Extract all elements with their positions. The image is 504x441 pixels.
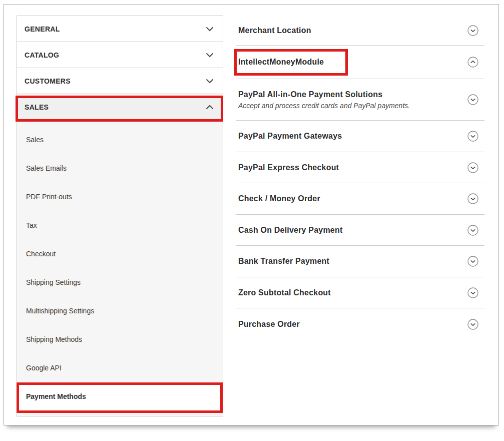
accordion-row-check-money-order[interactable]: Check / Money Order — [236, 183, 484, 215]
item-label: Sales — [26, 136, 44, 144]
payment-methods-accordion: Merchant Location IntellectMoneyModule P… — [236, 5, 484, 340]
sidebar-item-payment-methods[interactable]: Payment Methods — [17, 382, 223, 410]
sidebar-section-general[interactable]: GENERAL — [17, 16, 223, 42]
sidebar-item-checkout[interactable]: Checkout — [17, 239, 223, 268]
sidebar-section-catalog[interactable]: CATALOG — [17, 42, 223, 68]
row-title: Check / Money Order — [238, 194, 320, 203]
chevron-down-circle-icon[interactable] — [467, 25, 478, 36]
chevron-down-icon — [206, 53, 214, 58]
row-title: PayPal Payment Gateways — [238, 132, 342, 141]
chevron-up-circle-icon[interactable] — [467, 57, 478, 68]
item-label: Payment Methods — [26, 392, 86, 400]
accordion-row-cash-on-delivery[interactable]: Cash On Delivery Payment — [236, 215, 484, 246]
chevron-down-circle-icon[interactable] — [467, 225, 478, 236]
accordion-row-bank-transfer[interactable]: Bank Transfer Payment — [236, 246, 484, 277]
item-label: PDF Print-outs — [26, 193, 72, 201]
row-title: Cash On Delivery Payment — [238, 226, 342, 235]
row-title: IntellectMoneyModule — [238, 58, 324, 67]
row-title: PayPal All-in-One Payment Solutions — [238, 90, 382, 99]
accordion-row-paypal-express-checkout[interactable]: PayPal Express Checkout — [236, 152, 484, 183]
row-title: Purchase Order — [238, 320, 300, 329]
item-label: Google API — [26, 364, 62, 372]
sidebar-item-pdf-print-outs[interactable]: PDF Print-outs — [17, 182, 223, 211]
item-label: Sales Emails — [26, 164, 67, 172]
chevron-down-icon — [206, 27, 214, 32]
item-label: Shipping Methods — [26, 335, 82, 343]
row-title: PayPal Express Checkout — [238, 163, 339, 172]
accordion-row-intellectmoneymodule[interactable]: IntellectMoneyModule — [236, 46, 484, 79]
config-nav-sidebar: GENERAL CATALOG CUSTOMERS SALES Sales — [17, 16, 223, 416]
item-label: Multishipping Settings — [26, 307, 94, 315]
accordion-row-merchant-location[interactable]: Merchant Location — [236, 16, 484, 46]
chevron-down-circle-icon[interactable] — [467, 287, 478, 298]
sidebar-item-shipping-methods[interactable]: Shipping Methods — [17, 325, 223, 353]
row-title: Zero Subtotal Checkout — [238, 288, 331, 297]
item-label: Checkout — [26, 250, 56, 258]
chevron-down-icon — [206, 79, 214, 84]
sidebar-section-customers[interactable]: CUSTOMERS — [17, 68, 223, 94]
chevron-up-icon — [206, 105, 214, 110]
sidebar-item-google-api[interactable]: Google API — [17, 353, 223, 382]
sidebar-item-sales-emails[interactable]: Sales Emails — [17, 154, 223, 182]
accordion-row-paypal-payment-gateways[interactable]: PayPal Payment Gateways — [236, 121, 484, 152]
sidebar-item-tax[interactable]: Tax — [17, 211, 223, 239]
section-label: CUSTOMERS — [25, 77, 71, 85]
row-title-block: PayPal All-in-One Payment Solutions Acce… — [238, 90, 410, 110]
sidebar-item-sales[interactable]: Sales — [17, 125, 223, 154]
accordion-row-purchase-order[interactable]: Purchase Order — [236, 308, 484, 340]
item-label: Tax — [26, 221, 37, 229]
sidebar-section-sales[interactable]: SALES — [17, 94, 223, 120]
chevron-down-circle-icon[interactable] — [467, 94, 478, 105]
chevron-down-circle-icon[interactable] — [467, 162, 478, 173]
chevron-down-circle-icon[interactable] — [467, 131, 478, 142]
sales-subnav-panel: Sales Sales Emails PDF Print-outs Tax Ch… — [17, 120, 223, 416]
item-label: Shipping Settings — [26, 278, 81, 286]
row-title: Bank Transfer Payment — [238, 257, 329, 266]
accordion-row-paypal-all-in-one[interactable]: PayPal All-in-One Payment Solutions Acce… — [236, 79, 484, 121]
config-page: GENERAL CATALOG CUSTOMERS SALES Sales — [4, 4, 499, 425]
row-title: Merchant Location — [238, 26, 311, 35]
accordion-row-zero-subtotal-checkout[interactable]: Zero Subtotal Checkout — [236, 277, 484, 308]
section-label: SALES — [25, 103, 49, 111]
section-label: GENERAL — [25, 25, 60, 33]
chevron-down-circle-icon[interactable] — [467, 256, 478, 267]
section-label: CATALOG — [25, 51, 59, 59]
row-subtitle: Accept and process credit cards and PayP… — [238, 102, 410, 110]
sidebar-item-multishipping-settings[interactable]: Multishipping Settings — [17, 296, 223, 325]
chevron-down-circle-icon[interactable] — [467, 319, 478, 330]
sidebar-item-shipping-settings[interactable]: Shipping Settings — [17, 268, 223, 296]
chevron-down-circle-icon[interactable] — [467, 193, 478, 204]
